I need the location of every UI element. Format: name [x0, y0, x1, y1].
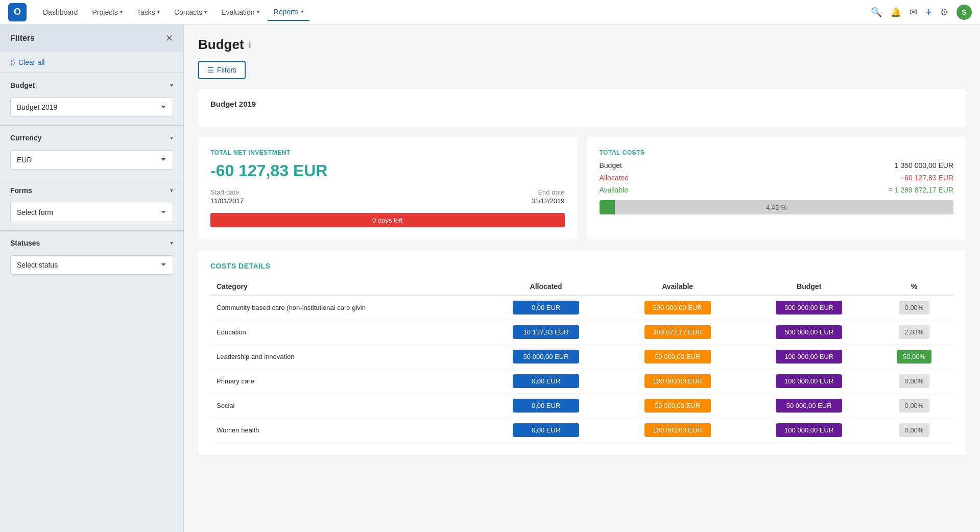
total-costs-card: TOTAL COSTS Budget 1 350 000,00 EUR Allo…	[587, 137, 966, 239]
chevron-down-icon: ▾	[301, 9, 303, 14]
row-allocated: 0,00 EUR	[480, 394, 612, 418]
currency-section-title: Currency	[10, 134, 41, 142]
nav-reports[interactable]: Reports ▾	[268, 4, 309, 21]
statuses-section-body: Select status	[0, 255, 183, 283]
page-title: Budget	[198, 37, 244, 53]
add-icon[interactable]: +	[925, 6, 932, 19]
row-available: 50 000,00 EUR	[612, 394, 744, 418]
status-select[interactable]: Select status	[10, 255, 173, 275]
layout: Filters ✕ ⟩⟩ Clear all Budget ▾ Budget 2…	[0, 25, 980, 532]
sidebar-section-currency: Currency ▾ EUR USD	[0, 125, 183, 178]
close-icon[interactable]: ✕	[165, 33, 173, 44]
chevron-down-icon: ▾	[157, 9, 160, 15]
form-select[interactable]: Select form	[10, 203, 173, 222]
days-left-label: 0 days left	[372, 216, 402, 224]
chevron-down-icon: ▾	[204, 9, 207, 15]
sidebar-section-budget-header[interactable]: Budget ▾	[0, 73, 183, 98]
chevron-down-icon: ▾	[120, 9, 123, 15]
chevron-down-icon: ▾	[257, 9, 259, 15]
budget-card-title: Budget 2019	[210, 100, 953, 108]
nav-tasks[interactable]: Tasks ▾	[131, 4, 166, 20]
row-budget: 100 000,00 EUR	[743, 345, 875, 369]
budget-key: Budget	[600, 161, 622, 170]
row-category: Education	[210, 320, 480, 345]
allocated-val: - 60 127,83 EUR	[900, 174, 953, 182]
table-row: Women health 0,00 EUR 100 000,00 EUR 100…	[210, 418, 953, 443]
avatar[interactable]: S	[957, 5, 972, 20]
settings-icon[interactable]: ⚙	[940, 7, 948, 18]
table-row: Leadership and innovation 50 000,00 EUR …	[210, 345, 953, 369]
available-row: Available = 1 289 872,17 EUR	[600, 186, 954, 194]
row-allocated: 0,00 EUR	[480, 369, 612, 394]
sidebar-section-statuses-header[interactable]: Statuses ▾	[0, 231, 183, 255]
nav-dashboard[interactable]: Dashboard	[37, 4, 84, 20]
row-pct: 0,00%	[875, 418, 953, 443]
row-pct: 0,00%	[875, 369, 953, 394]
row-available: 100 000,00 EUR	[612, 418, 744, 443]
total-costs-label: TOTAL COSTS	[600, 149, 954, 156]
chevron-down-icon: ▾	[170, 134, 173, 141]
col-available: Available	[612, 278, 744, 295]
table-head: Category Allocated Available Budget %	[210, 278, 953, 295]
costs-details-card: COSTS DETAILS Category Allocated Availab…	[198, 250, 966, 455]
end-date-col: End date 31/12/2019	[531, 188, 564, 205]
sidebar-section-currency-header[interactable]: Currency ▾	[0, 126, 183, 150]
table-row: Primary care 0,00 EUR 100 000,00 EUR 100…	[210, 369, 953, 394]
row-category: Primary care	[210, 369, 480, 394]
row-allocated: 0,00 EUR	[480, 295, 612, 320]
start-date-label: Start date	[210, 188, 244, 196]
row-pct: 0,00%	[875, 394, 953, 418]
statuses-section-title: Statuses	[10, 239, 40, 247]
row-budget: 500 000,00 EUR	[743, 320, 875, 345]
table-row: Community based care (non-institutional …	[210, 295, 953, 320]
available-key: Available	[600, 186, 629, 194]
sidebar-section-statuses: Statuses ▾ Select status	[0, 230, 183, 283]
topnav-actions: 🔍 🔔 ✉ + ⚙ S	[871, 5, 972, 20]
row-budget: 500 000,00 EUR	[743, 295, 875, 320]
row-category: Social	[210, 394, 480, 418]
table-header-row: Category Allocated Available Budget %	[210, 278, 953, 295]
mail-icon[interactable]: ✉	[910, 7, 917, 18]
available-val: = 1 289 872,17 EUR	[889, 186, 953, 194]
row-category: Women health	[210, 418, 480, 443]
budget-section-title: Budget	[10, 81, 35, 89]
search-icon[interactable]: 🔍	[871, 7, 882, 18]
sidebar-section-budget: Budget ▾ Budget 2019	[0, 72, 183, 125]
sidebar-title: Filters	[10, 34, 35, 43]
start-date-col: Start date 11/01/2017	[210, 188, 244, 205]
budget-title-card: Budget 2019	[198, 89, 966, 127]
row-pct: 0,00%	[875, 295, 953, 320]
budget-section-body: Budget 2019	[0, 98, 183, 125]
budget-pct-label: 4.45 %	[600, 200, 954, 214]
budget-progress-bar: 4.45 %	[600, 200, 954, 214]
page-title-row: Budget ℹ	[198, 37, 966, 53]
notification-icon[interactable]: 🔔	[890, 7, 901, 18]
sidebar-section-forms-header[interactable]: Forms ▾	[0, 178, 183, 203]
total-net-value: -60 127,83 EUR	[210, 161, 565, 180]
col-pct: %	[875, 278, 953, 295]
budget-select[interactable]: Budget 2019	[10, 98, 173, 117]
col-category: Category	[210, 278, 480, 295]
row-pct: 2,03%	[875, 320, 953, 345]
row-available: 50 000,00 EUR	[612, 345, 744, 369]
nav-projects[interactable]: Projects ▾	[86, 4, 129, 20]
row-available: 500 000,00 EUR	[612, 295, 744, 320]
app-logo[interactable]: O	[8, 3, 27, 21]
nav-evaluation[interactable]: Evaluation ▾	[215, 4, 265, 20]
clear-all-button[interactable]: ⟩⟩ Clear all	[0, 52, 183, 72]
table-row: Education 10 127,83 EUR 489 872,17 EUR 5…	[210, 320, 953, 345]
nav-contacts[interactable]: Contacts ▾	[168, 4, 213, 20]
sidebar: Filters ✕ ⟩⟩ Clear all Budget ▾ Budget 2…	[0, 25, 184, 532]
topnav: O Dashboard Projects ▾ Tasks ▾ Contacts …	[0, 0, 980, 25]
sidebar-header: Filters ✕	[0, 25, 183, 52]
currency-select[interactable]: EUR USD	[10, 150, 173, 170]
total-net-label: TOTAL NET INVESTMENT	[210, 149, 565, 156]
forms-section-body: Select form	[0, 203, 183, 230]
chevron-down-icon: ▾	[170, 82, 173, 89]
info-icon[interactable]: ℹ	[248, 40, 251, 50]
main-content: Budget ℹ ☰ Filters Budget 2019 TOTAL NET…	[184, 25, 980, 532]
row-pct: 50,00%	[875, 345, 953, 369]
end-date-val: 31/12/2019	[531, 197, 564, 205]
chevron-down-icon: ▾	[170, 187, 173, 194]
filters-button[interactable]: ☰ Filters	[198, 61, 246, 79]
